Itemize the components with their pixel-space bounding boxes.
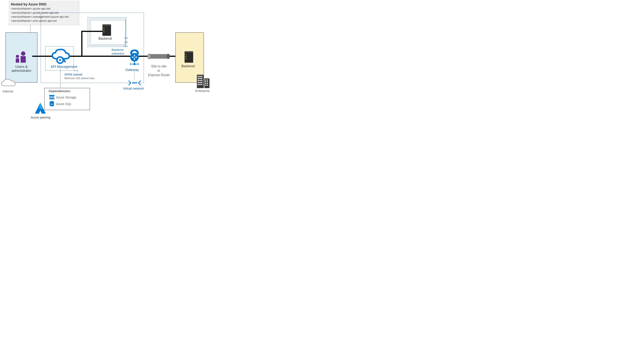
- architecture-diagram: Hosted by Azure DNS: <serviceName>.azure…: [0, 0, 212, 121]
- svg-rect-52: [198, 82, 199, 83]
- svg-point-1: [21, 51, 25, 56]
- svg-rect-2: [20, 56, 26, 63]
- svg-point-3: [16, 55, 19, 58]
- enterprise-backend-label: Backend: [182, 64, 195, 68]
- users-icon: [14, 50, 28, 63]
- svg-rect-64: [205, 85, 206, 86]
- svg-rect-67: [49, 96, 54, 97]
- backend-h-line: [81, 31, 103, 32]
- apim-deps-connector: [60, 69, 61, 88]
- site-to-site-label: Site to site or Express Route: [146, 64, 172, 77]
- internet-cloud-icon: [0, 77, 17, 89]
- svg-point-30: [132, 82, 134, 84]
- svg-rect-47: [200, 78, 200, 79]
- svg-rect-57: [201, 84, 202, 85]
- svg-point-12: [126, 46, 126, 46]
- enterprise-label: Enterprise: [195, 89, 210, 93]
- backend-server-icon: [102, 24, 111, 36]
- gateway-label: Gateway: [125, 68, 139, 72]
- svg-point-6: [126, 38, 126, 38]
- gateway-icon: [127, 48, 142, 67]
- svg-point-23: [104, 31, 104, 32]
- dependencies-title: Dependencies:: [49, 89, 71, 93]
- svg-rect-65: [207, 85, 208, 86]
- svg-point-13: [126, 46, 126, 46]
- azure-storage-icon: [49, 95, 55, 100]
- users-label-line1: Users &: [15, 65, 28, 68]
- buildings-icon: [196, 73, 210, 88]
- svg-point-32: [136, 82, 137, 84]
- svg-rect-43: [198, 76, 199, 77]
- s2s-line2: or: [158, 69, 160, 72]
- svg-rect-63: [207, 83, 208, 84]
- svg-point-39: [186, 56, 186, 57]
- svg-point-38: [186, 54, 186, 55]
- api-management-icon: [52, 49, 70, 64]
- svg-rect-33: [150, 54, 168, 59]
- dependency-sql-label: Azure SQL: [56, 102, 72, 106]
- svg-rect-49: [198, 80, 199, 81]
- svg-rect-59: [207, 80, 208, 80]
- svg-point-8: [125, 42, 126, 42]
- svg-rect-55: [198, 84, 199, 85]
- svg-point-35: [166, 54, 170, 59]
- svg-point-40: [186, 58, 186, 59]
- backend-subnets-label: Backend subnet(s): [112, 48, 129, 56]
- s2s-line1: Site to site: [151, 64, 166, 68]
- svg-text:SQL: SQL: [50, 104, 53, 105]
- svg-rect-60: [205, 81, 206, 82]
- apim-subnet-label: APIM subnet: [64, 73, 82, 76]
- svg-rect-51: [201, 80, 202, 81]
- api-management-label: API Management: [51, 65, 77, 69]
- svg-rect-20: [102, 24, 111, 26]
- svg-rect-61: [207, 81, 208, 82]
- svg-rect-48: [201, 78, 202, 79]
- backend-center-label: Backend: [98, 36, 112, 40]
- svg-rect-50: [200, 80, 200, 81]
- svg-rect-46: [198, 78, 199, 79]
- peering-glyph-icon: [74, 70, 78, 72]
- svg-rect-54: [201, 82, 202, 83]
- svg-rect-56: [200, 84, 200, 85]
- svg-rect-66: [49, 95, 54, 99]
- svg-point-5: [126, 38, 126, 38]
- peering-glyph-icon: [124, 45, 128, 47]
- svg-point-11: [125, 46, 126, 46]
- internet-label: Internet: [2, 90, 13, 93]
- svg-rect-53: [200, 82, 200, 83]
- azure-logo-icon: [33, 102, 48, 115]
- svg-point-18: [59, 59, 61, 61]
- svg-point-24: [130, 53, 139, 62]
- dns-line-1: <serviceName>.azure-api.net: [11, 6, 77, 10]
- apim-subnet-note: Minimum /29 subnet size: [64, 77, 94, 80]
- virtual-network-icon: [128, 79, 141, 86]
- svg-rect-62: [205, 83, 206, 84]
- svg-point-34: [148, 54, 151, 59]
- s2s-line3: Express Route: [148, 73, 170, 77]
- dependency-storage-label: Azure Storage: [56, 96, 76, 99]
- svg-point-22: [104, 29, 104, 30]
- dns-title: Hosted by Azure DNS:: [11, 2, 77, 6]
- svg-rect-4: [16, 58, 19, 63]
- azure-peering-label: Azure peering: [31, 116, 50, 119]
- users-and-administrator-label: Users & administrator: [7, 65, 36, 73]
- azure-sql-icon: SQL: [49, 101, 54, 107]
- svg-point-10: [126, 42, 127, 42]
- backend-v-line: [81, 31, 82, 56]
- peering-glyph-icon: [124, 41, 128, 43]
- svg-rect-45: [201, 76, 202, 77]
- virtual-network-label: Virtual network: [123, 87, 144, 90]
- svg-point-7: [126, 38, 127, 38]
- users-label-line2: administrator: [12, 69, 32, 72]
- svg-point-15: [76, 70, 76, 71]
- gateway-to-vnet-line: [134, 71, 134, 80]
- tunnel-icon: [147, 53, 170, 60]
- svg-rect-68: [49, 98, 54, 98]
- svg-point-16: [76, 70, 77, 71]
- svg-point-21: [104, 27, 104, 28]
- svg-rect-37: [184, 51, 193, 53]
- svg-rect-44: [200, 76, 200, 77]
- svg-point-31: [134, 82, 135, 84]
- svg-rect-58: [205, 80, 206, 80]
- enterprise-backend-server-icon: [184, 51, 193, 63]
